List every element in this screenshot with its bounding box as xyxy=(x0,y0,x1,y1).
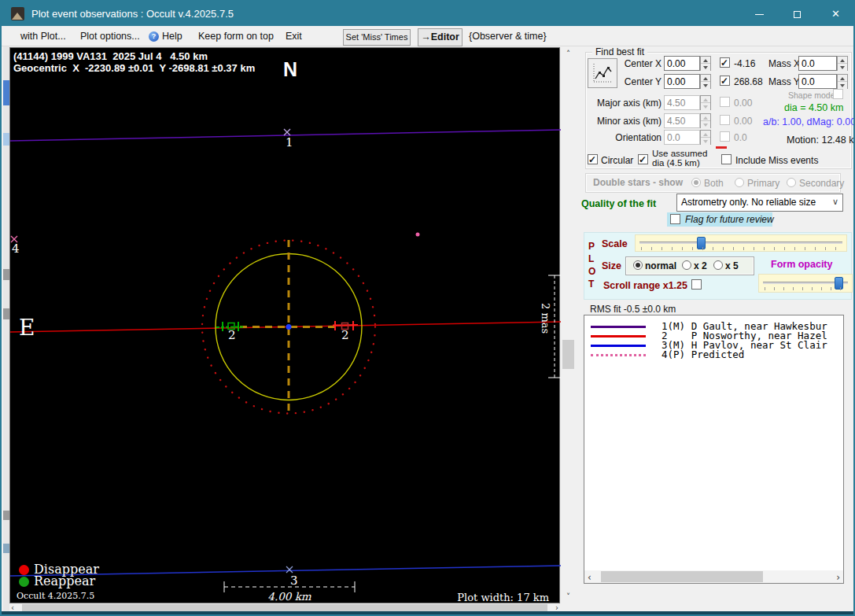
disappear-legend-dot xyxy=(19,565,29,575)
plot-header-line1: (41144) 1999 VA131 2025 Jul 4 4.50 km xyxy=(13,50,208,62)
size-normal-radio[interactable] xyxy=(633,260,643,270)
list-scroll-right-icon[interactable]: › xyxy=(836,572,840,583)
minor-axis-input[interactable] xyxy=(664,113,700,128)
mass-y-input[interactable] xyxy=(798,74,837,89)
chord-1-line-sample xyxy=(591,326,646,328)
minor-axis-spinner[interactable] xyxy=(700,113,711,128)
orientation-spinner[interactable] xyxy=(700,130,711,145)
shape-model-label: Shape model xyxy=(788,90,837,100)
plot-letter-o: O xyxy=(588,266,595,277)
major-axis-label: Major axis (km) xyxy=(591,98,662,109)
center-y-spinner[interactable] xyxy=(700,74,711,89)
center-x-input[interactable] xyxy=(664,56,700,71)
plot-width-label: Plot width: 17 km xyxy=(447,592,549,603)
include-miss-checkbox[interactable] xyxy=(721,154,732,164)
mass-x-spinner[interactable] xyxy=(837,56,848,71)
use-assumed-checkbox[interactable] xyxy=(638,154,648,164)
center-y-label: Center Y xyxy=(608,76,662,87)
quality-label: Quality of the fit xyxy=(581,198,656,209)
scroll-range-checkbox[interactable] xyxy=(691,279,702,290)
diameter-label: dia = 4.50 km xyxy=(784,102,843,113)
circular-checkbox[interactable] xyxy=(588,154,598,164)
center-x-spinner[interactable] xyxy=(700,56,711,71)
list-scroll-left-icon[interactable]: ‹ xyxy=(588,572,591,583)
observations-listbox[interactable]: 1(M) D Gault, near Hawkesbur 2 P Noswort… xyxy=(584,315,844,584)
menu-keep-on-top[interactable]: Keep form on top xyxy=(198,31,274,42)
help-icon[interactable]: ? xyxy=(149,31,159,42)
orientation-offset-checkbox[interactable] xyxy=(720,131,730,142)
scroll-range-label: Scroll range x1.25 xyxy=(603,280,687,291)
plot-canvas[interactable]: (41144) 1999 VA131 2025 Jul 4 4.50 km Ge… xyxy=(9,47,560,603)
size-label: Size xyxy=(602,260,621,271)
quality-value: Astrometry only. No reliable size xyxy=(681,197,816,208)
quality-dropdown[interactable]: Astrometry only. No reliable size ∨ xyxy=(676,194,843,212)
app-icon xyxy=(11,7,24,20)
mass-x-label: Mass X xyxy=(768,58,800,69)
observer-time-label[interactable]: {Observer & time} xyxy=(469,31,547,42)
circular-label: Circular xyxy=(601,155,633,166)
scale-slider[interactable] xyxy=(635,234,847,252)
scroll-up-icon[interactable]: ˄ xyxy=(561,50,576,58)
double-both-radio[interactable] xyxy=(691,178,701,187)
major-axis-input[interactable] xyxy=(664,95,700,110)
center-x-label: Center X xyxy=(608,58,662,69)
menu-exit[interactable]: Exit xyxy=(286,31,302,42)
major-offset-checkbox[interactable] xyxy=(720,97,730,107)
menu-plot-options[interactable]: Plot options... xyxy=(80,31,140,42)
chord-3-label: 3 xyxy=(290,574,298,588)
double-primary-label: Primary xyxy=(747,178,779,189)
x-offset-checkbox[interactable] xyxy=(720,57,730,68)
menu-with-plot[interactable]: with Plot... xyxy=(20,31,66,42)
major-axis-spinner[interactable] xyxy=(700,95,711,110)
mass-x-input[interactable] xyxy=(798,56,837,71)
minor-offset-value: 0.00 xyxy=(734,116,752,127)
control-panel: Find best fit Center X -4.16 Mass X Cent… xyxy=(577,47,853,613)
menubar: with Plot... Plot options... ? Help Keep… xyxy=(2,26,853,46)
mass-y-spinner[interactable] xyxy=(837,74,848,89)
listbox-scrollbar-thumb[interactable] xyxy=(601,571,763,582)
observation-row[interactable]: 4(P) Predicted xyxy=(584,350,843,360)
size-x5-radio[interactable] xyxy=(713,260,723,270)
set-miss-times-button[interactable]: Set 'Miss' Times xyxy=(343,29,411,46)
y-offset-checkbox[interactable] xyxy=(720,76,730,86)
menu-help[interactable]: Help xyxy=(162,31,182,42)
double-primary-radio[interactable] xyxy=(735,178,744,187)
editor-button[interactable]: →Editor xyxy=(418,28,463,46)
center-y-input[interactable] xyxy=(664,74,700,89)
form-opacity-slider[interactable] xyxy=(758,274,853,293)
mass-y-label: Mass Y xyxy=(768,76,800,87)
scroll-down-icon[interactable]: ˅ xyxy=(561,592,576,601)
orientation-input[interactable] xyxy=(664,130,700,145)
window-title: Plot event observations : Occult v.4.202… xyxy=(31,8,234,20)
minor-axis-label: Minor axis (km) xyxy=(591,116,662,127)
maximize-button[interactable] xyxy=(779,2,815,26)
size-x2-radio[interactable] xyxy=(682,260,691,270)
double-stars-label: Double stars - show xyxy=(593,177,683,188)
v-scrollbar-thumb[interactable] xyxy=(562,340,574,369)
close-button[interactable]: ✕ xyxy=(816,2,855,26)
orientation-offset-value: 0.0 xyxy=(734,132,747,143)
mas-label: 2 mas xyxy=(539,303,551,350)
minimize-button[interactable] xyxy=(741,2,777,26)
orientation-label: Orientation xyxy=(591,132,662,143)
use-assumed-label: Use assumed dia (4.5 km) xyxy=(652,149,710,168)
chord-4-line-sample xyxy=(591,354,646,356)
maximize-icon xyxy=(794,11,801,18)
window-bottom-border xyxy=(2,611,853,616)
y-offset-value: 268.68 xyxy=(734,76,763,87)
plot-vertical-scrollbar[interactable]: ˄ ˅ xyxy=(561,47,576,603)
titlebar: Plot event observations : Occult v.4.202… xyxy=(2,2,853,26)
listbox-horizontal-scrollbar[interactable]: ‹ › xyxy=(584,570,843,583)
reappear-legend-label: Reappear xyxy=(34,574,95,588)
chord-2-nosworthy xyxy=(10,322,561,332)
plot-letter-p: P xyxy=(588,241,595,252)
size-normal-label: normal xyxy=(645,260,676,271)
find-best-fit-label: Find best fit xyxy=(592,46,647,57)
chord-2-label-right: 2 xyxy=(341,328,349,342)
minor-offset-checkbox[interactable] xyxy=(720,115,730,125)
flag-review-checkbox[interactable] xyxy=(670,214,680,224)
double-secondary-radio[interactable] xyxy=(787,178,796,187)
size-x2-label: x 2 xyxy=(694,260,707,271)
plot-letter-t: T xyxy=(588,278,594,290)
shape-model-checkbox[interactable] xyxy=(833,89,843,99)
